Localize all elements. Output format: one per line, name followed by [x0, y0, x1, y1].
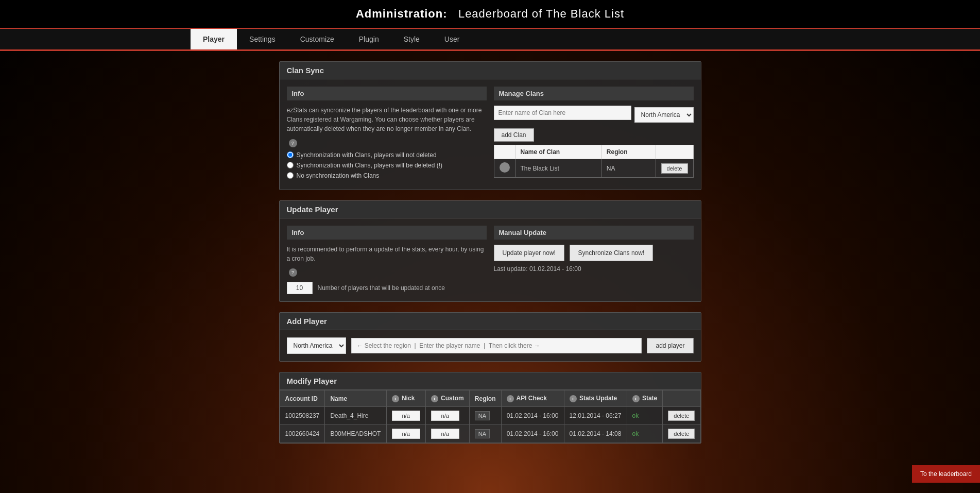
tab-customize[interactable]: Customize [288, 29, 347, 49]
clan-col-region: Region [601, 145, 656, 159]
add-player-region-select[interactable]: North America Europe Asia Russia [287, 337, 346, 354]
player-1-delete-button[interactable]: delete [668, 429, 695, 439]
manual-update-header: Manual Update [494, 226, 694, 240]
sync-clans-button[interactable]: Synchronize Clans now! [570, 245, 654, 261]
player-1-account-id: 1002660424 [280, 425, 325, 443]
player-0-custom [425, 407, 469, 425]
modify-table: Account ID Name i Nick i Custom Region [280, 390, 701, 443]
custom-info-icon[interactable]: i [431, 395, 438, 402]
modify-player-header: Modify Player [280, 372, 701, 390]
add-clan-button[interactable]: add Clan [494, 128, 534, 142]
player-1-api-check: 01.02.2014 - 16:00 [501, 425, 564, 443]
tab-style[interactable]: Style [391, 29, 432, 49]
clan-name-input[interactable] [494, 106, 631, 120]
add-player-button[interactable]: add player [647, 338, 693, 353]
player-0-nick-input[interactable] [392, 411, 420, 421]
add-player-body: North America Europe Asia Russia add pla… [280, 330, 701, 361]
radio-no-sync-label: No synchronization with Clans [297, 172, 380, 179]
clan-shield-icon [500, 162, 510, 173]
tab-user[interactable]: User [432, 29, 472, 49]
col-api-check: i API Check [501, 390, 564, 407]
clan-region-select[interactable]: North America Europe Asia Russia [634, 107, 694, 123]
update-player-right: Manual Update Update player now! Synchro… [494, 226, 694, 295]
clan-col-action [656, 145, 693, 159]
clan-sync-help-icon[interactable]: ? [289, 139, 297, 147]
players-per-update-desc: Number of players that will be updated a… [318, 284, 445, 292]
clan-sync-right: Manage Clans North America Europe Asia R… [494, 87, 694, 182]
clan-delete-cell: delete [656, 159, 693, 178]
clan-icon-cell [494, 159, 515, 178]
stats-update-info-icon[interactable]: i [570, 395, 577, 402]
col-region: Region [469, 390, 501, 407]
player-0-name: Death_4_Hire [325, 407, 386, 425]
player-1-nick [386, 425, 425, 443]
radio-no-delete-input[interactable] [287, 151, 294, 158]
tab-plugin[interactable]: Plugin [347, 29, 391, 49]
player-0-account-id: 1002508237 [280, 407, 325, 425]
clan-col-icon [494, 145, 515, 159]
update-player-header: Update Player [280, 201, 701, 218]
admin-label: Administration: [356, 7, 448, 20]
add-player-name-input[interactable] [351, 338, 642, 353]
api-check-info-icon[interactable]: i [507, 395, 514, 402]
radio-no-delete-label: Synchronization with Clans, players will… [297, 151, 437, 159]
clan-sync-radio-group: Synchronization with Clans, players will… [287, 151, 487, 179]
player-0-state: ok [627, 407, 663, 425]
update-now-button[interactable]: Update player now! [494, 245, 564, 261]
radio-no-sync-input[interactable] [287, 172, 294, 179]
tab-settings[interactable]: Settings [237, 29, 288, 49]
clan-col-name: Name of Clan [515, 145, 601, 159]
player-0-region-badge: NA [475, 411, 490, 420]
state-info-icon[interactable]: i [632, 395, 640, 402]
manage-clans-header: Manage Clans [494, 87, 694, 100]
clan-region-cell: NA [601, 159, 656, 178]
update-help-icon[interactable]: ? [289, 268, 297, 277]
player-1-region-badge: NA [475, 429, 490, 438]
player-0-nick [386, 407, 425, 425]
to-leaderboard-button[interactable]: To the leaderboard [912, 465, 980, 483]
page-title: Leaderboard of The Black List [458, 7, 624, 20]
main-content: Clan Sync Info ezStats can syncronize th… [279, 51, 701, 464]
clan-row: The Black List NA delete [494, 159, 693, 178]
clan-sync-left: Info ezStats can syncronize the players … [287, 87, 487, 182]
player-row-0: 1002508237 Death_4_Hire NA 01.02 [280, 407, 700, 425]
clan-sync-info-header: Info [287, 87, 487, 100]
radio-delete-label: Synchronization with Clans, players will… [297, 162, 442, 169]
tab-player[interactable]: Player [191, 29, 237, 49]
update-info-header: Info [287, 226, 487, 240]
clan-name-cell: The Black List [515, 159, 601, 178]
radio-delete-input[interactable] [287, 162, 294, 168]
player-1-actions: delete [663, 425, 700, 443]
add-player-panel: Add Player North America Europe Asia Rus… [279, 312, 701, 362]
col-state: i State [627, 390, 663, 407]
modify-table-header-row: Account ID Name i Nick i Custom Region [280, 390, 700, 407]
player-0-custom-input[interactable] [431, 411, 459, 421]
nick-info-icon[interactable]: i [392, 395, 399, 402]
player-0-delete-button[interactable]: delete [668, 411, 695, 421]
modify-player-body: Account ID Name i Nick i Custom Region [280, 390, 701, 443]
clan-table: Name of Clan Region The Black List [494, 145, 694, 178]
clan-sync-panel: Clan Sync Info ezStats can syncronize th… [279, 61, 701, 190]
clan-sync-body: Info ezStats can syncronize the players … [280, 79, 701, 190]
col-custom: i Custom [425, 390, 469, 407]
player-row-1: 1002660424 B00MHEADSHOT NA 01.02 [280, 425, 700, 443]
player-1-region: NA [469, 425, 501, 443]
player-1-custom-input[interactable] [431, 429, 459, 439]
modify-player-panel: Modify Player Account ID Name i Nick i [279, 372, 701, 444]
update-player-body: Info It is recommended to perform a upda… [280, 218, 701, 302]
clan-sync-info-text: ezStats can syncronize the players of th… [287, 106, 487, 133]
player-1-nick-input[interactable] [392, 429, 420, 439]
player-0-actions: delete [663, 407, 700, 425]
add-player-header: Add Player [280, 313, 701, 330]
clan-input-row: North America Europe Asia Russia [494, 106, 694, 124]
update-buttons-row: Update player now! Synchronize Clans now… [494, 245, 694, 261]
players-per-update-row: Number of players that will be updated a… [287, 282, 487, 294]
clan-delete-button[interactable]: delete [661, 163, 688, 174]
radio-no-delete: Synchronization with Clans, players will… [287, 151, 487, 159]
player-1-stats-update: 01.02.2014 - 14:08 [564, 425, 627, 443]
player-1-custom [425, 425, 469, 443]
players-per-update-input[interactable] [287, 282, 313, 294]
clan-sync-header: Clan Sync [280, 62, 701, 79]
col-name: Name [325, 390, 386, 407]
update-info-text: It is recommended to perform a update of… [287, 245, 487, 263]
